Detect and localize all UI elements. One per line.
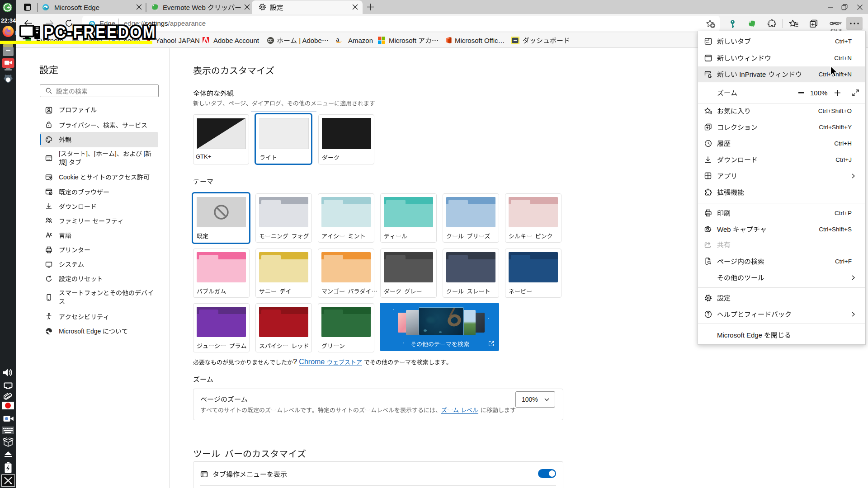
svg-text:PC-FREEDOM: PC-FREEDOM: [44, 23, 155, 41]
